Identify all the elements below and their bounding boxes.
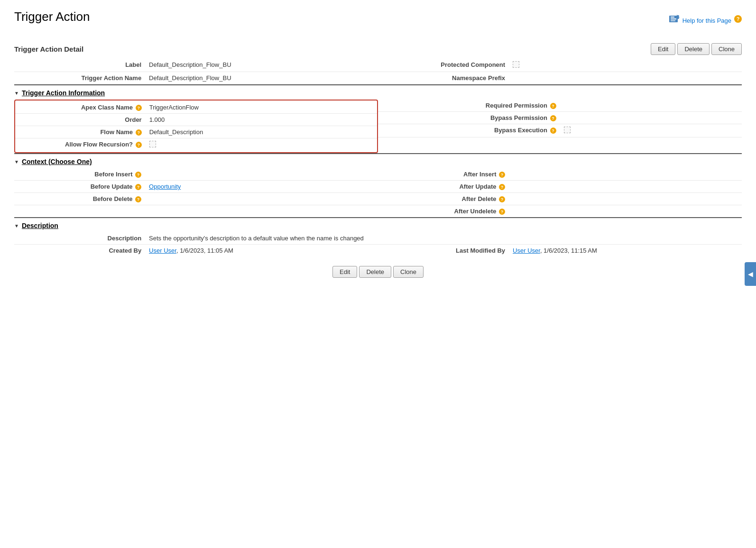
svg-rect-2	[671, 18, 676, 19]
delete-button-bottom[interactable]: Delete	[359, 266, 391, 278]
table-row: Before Update ? Opportunity After Update…	[14, 181, 742, 193]
table-row: Created By User User, 1/6/2023, 11:05 AM…	[14, 245, 742, 257]
last-modified-user-link[interactable]: User User	[513, 247, 540, 254]
bypass-execution-value	[560, 124, 742, 137]
apex-class-name-help[interactable]: ?	[136, 105, 142, 111]
svg-rect-3	[671, 20, 675, 21]
order-key: Order	[15, 114, 146, 126]
after-update-key: After Update ?	[378, 181, 509, 193]
last-modified-value: User User, 1/6/2023, 11:15 AM	[509, 245, 742, 257]
svg-rect-1	[671, 17, 674, 18]
before-delete-key: Before Delete ?	[14, 193, 145, 205]
trigger-action-name-key: Trigger Action Name	[14, 72, 145, 84]
table-row	[378, 137, 742, 143]
required-permission-value	[560, 100, 742, 112]
collapse-icon[interactable]: ▼	[14, 91, 19, 96]
sidebar-arrow-icon: ◀	[748, 270, 753, 278]
protected-component-value	[509, 59, 742, 72]
flow-name-help[interactable]: ?	[136, 129, 142, 136]
sidebar-handle[interactable]: ◀	[745, 262, 756, 286]
after-insert-help[interactable]: ?	[499, 172, 505, 178]
bypass-permission-help[interactable]: ?	[550, 115, 556, 121]
after-undelete-key: After Undelete ?	[378, 205, 509, 218]
before-update-key: Before Update ?	[14, 181, 145, 193]
required-permission-help[interactable]: ?	[550, 103, 556, 109]
bypass-execution-checkbox	[564, 127, 571, 133]
trigger-info-section-title: Trigger Action Information	[22, 89, 105, 97]
clone-button-bottom[interactable]: Clone	[393, 266, 424, 278]
table-row: Order 1.000	[15, 114, 377, 126]
context-section: ▼ Context (Choose One) Before Insert ? A…	[14, 153, 742, 217]
label-field-value: Default_Description_Flow_BU	[145, 59, 378, 72]
help-question-icon[interactable]: ?	[734, 15, 742, 23]
table-row: Required Permission ?	[378, 100, 742, 112]
context-collapse-icon[interactable]: ▼	[14, 159, 19, 164]
description-collapse-icon[interactable]: ▼	[14, 223, 19, 228]
description-key: Description	[14, 232, 145, 245]
clone-button-top[interactable]: Clone	[711, 43, 742, 55]
description-section-title: Description	[22, 222, 58, 229]
allow-flow-recursion-key: Allow Flow Recursion? ?	[15, 138, 146, 152]
description-section-header: ▼ Description	[14, 217, 742, 232]
bottom-buttons: Edit Delete Clone	[332, 266, 424, 278]
created-by-value: User User, 1/6/2023, 11:05 AM	[145, 245, 378, 257]
allow-flow-recursion-help[interactable]: ?	[136, 142, 142, 148]
after-delete-help[interactable]: ?	[499, 196, 505, 202]
bypass-execution-help[interactable]: ?	[550, 128, 556, 134]
apex-class-name-value: TriggerActionFlow	[146, 101, 377, 114]
after-delete-value	[509, 193, 742, 205]
namespace-prefix-key: Namespace Prefix	[378, 72, 509, 84]
after-undelete-value	[509, 205, 742, 218]
detail-section-title: Trigger Action Detail	[14, 45, 83, 53]
namespace-prefix-value	[509, 72, 742, 84]
before-update-link[interactable]: Opportunity	[149, 183, 181, 190]
before-insert-value	[145, 168, 378, 181]
trigger-info-section-header: ▼ Trigger Action Information	[14, 84, 742, 100]
detail-header: Trigger Action Detail Edit Delete Clone	[14, 38, 742, 59]
flow-name-key: Flow Name ?	[15, 126, 146, 138]
last-modified-key: Last Modified By	[378, 245, 509, 257]
bypass-execution-key: Bypass Execution ?	[378, 124, 560, 137]
context-section-title: Context (Choose One)	[22, 158, 92, 165]
right-fields-table: Required Permission ? Bypass Permission …	[378, 100, 742, 142]
table-row: Bypass Execution ?	[378, 124, 742, 137]
protected-component-key: Protected Component	[378, 59, 509, 72]
bottom-button-group: Edit Delete Clone	[14, 266, 742, 278]
before-delete-help[interactable]: ?	[135, 196, 141, 202]
before-insert-key: Before Insert ?	[14, 168, 145, 181]
after-undelete-help[interactable]: ?	[499, 209, 505, 215]
after-update-help[interactable]: ?	[499, 184, 505, 190]
help-page-icon	[669, 15, 680, 23]
help-link-text: Help for this Page	[682, 17, 731, 24]
label-field-key: Label	[14, 59, 145, 72]
table-row: After Undelete ?	[14, 205, 742, 218]
edit-button-top[interactable]: Edit	[651, 43, 675, 55]
allow-flow-recursion-checkbox	[149, 141, 156, 147]
after-delete-key: After Delete ?	[378, 193, 509, 205]
trigger-action-name-value: Default_Description_Flow_BU	[145, 72, 378, 84]
trigger-info-content: Apex Class Name ? TriggerActionFlow Orde…	[14, 100, 742, 153]
description-section: ▼ Description Description Sets the oppor…	[14, 217, 742, 256]
table-row: Before Delete ? After Delete ?	[14, 193, 742, 205]
before-update-help[interactable]: ?	[135, 184, 141, 190]
detail-fields-table: Label Default_Description_Flow_BU Protec…	[14, 59, 742, 84]
created-by-date: , 1/6/2023, 11:05 AM	[176, 247, 233, 254]
before-insert-help[interactable]: ?	[135, 172, 141, 178]
table-row: Before Insert ? After Insert ?	[14, 168, 742, 181]
table-row: Flow Name ? Default_Description	[15, 126, 377, 138]
bypass-permission-key: Bypass Permission ?	[378, 112, 560, 124]
order-value: 1.000	[146, 114, 377, 126]
description-value: Sets the opportunity's description to a …	[145, 232, 742, 245]
created-by-user-link[interactable]: User User	[149, 247, 176, 254]
last-modified-date: , 1/6/2023, 11:15 AM	[540, 247, 597, 254]
table-row: Label Default_Description_Flow_BU Protec…	[14, 59, 742, 72]
table-row: Description Sets the opportunity's descr…	[14, 232, 742, 245]
edit-button-bottom[interactable]: Edit	[332, 266, 357, 278]
table-row: Trigger Action Name Default_Description_…	[14, 72, 742, 84]
page-header: Trigger Action Help for this Page ?	[14, 9, 742, 24]
help-link[interactable]: Help for this Page	[682, 17, 731, 24]
context-fields-table: Before Insert ? After Insert ? Before Up…	[14, 168, 742, 217]
created-by-key: Created By	[14, 245, 145, 257]
delete-button-top[interactable]: Delete	[677, 43, 710, 55]
context-section-header: ▼ Context (Choose One)	[14, 153, 742, 168]
